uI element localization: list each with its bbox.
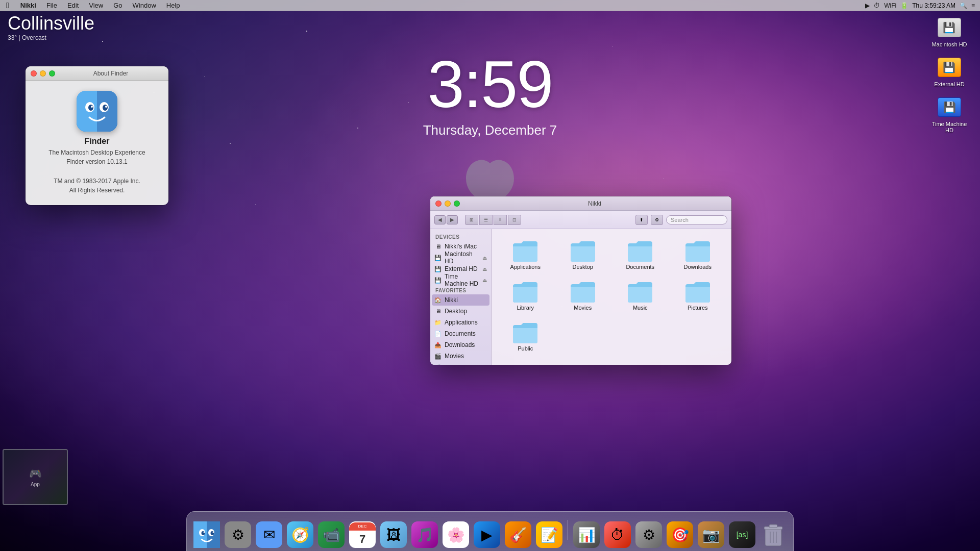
wifi-icon[interactable]: WiFi (884, 2, 896, 9)
dock-facetime[interactable]: 📹 (316, 518, 346, 548)
library-folder-icon (512, 280, 538, 303)
system-prefs-icon: ⚙ (225, 521, 251, 548)
column-view-button[interactable]: ⫴ (494, 215, 507, 225)
list-view-button[interactable]: ☰ (479, 215, 493, 225)
maximize-button[interactable] (49, 70, 55, 77)
play-icon[interactable]: ▶ (865, 2, 870, 9)
finder-title: Nikki (463, 200, 726, 207)
about-finder-titlebar: About Finder (26, 66, 168, 81)
dock-calendar[interactable]: DEC 7 (348, 518, 377, 548)
coverflow-button[interactable]: ⊡ (508, 215, 521, 225)
sidebar-item-documents[interactable]: 📄 Documents (430, 328, 491, 339)
svg-point-19 (213, 532, 214, 533)
finder-maximize-button[interactable] (454, 201, 460, 207)
folder-documents[interactable]: Documents (614, 237, 667, 272)
apple-menu[interactable]:  (0, 0, 15, 11)
dock-stickies[interactable]: 📝 (534, 518, 564, 548)
mail-icon: ✉ (256, 521, 282, 548)
dock-finder[interactable] (192, 518, 222, 548)
sidebar-item-music[interactable]: 🎵 Music (430, 362, 491, 365)
drive-external-hd[interactable]: 💾 External HD (934, 55, 964, 87)
finder-tagline: The Macintosh Desktop Experience (36, 148, 158, 157)
dock-mail[interactable]: ✉ (254, 518, 284, 548)
documents-folder-icon (627, 239, 653, 262)
menu-finder[interactable]: Nikki (15, 0, 41, 11)
dock-itunes[interactable]: 🎵 (410, 518, 439, 548)
folder-movies[interactable]: Movies (557, 278, 609, 313)
safari-icon: 🧭 (287, 521, 313, 548)
sidebar-item-downloads[interactable]: 📥 Downloads (430, 339, 491, 350)
sidebar-item-applications[interactable]: 📁 Applications (430, 317, 491, 328)
eject-icon-2[interactable]: ⏏ (482, 266, 487, 272)
folder-downloads[interactable]: Downloads (672, 237, 724, 272)
folder-desktop[interactable]: Desktop (557, 237, 609, 272)
sidebar-item-desktop[interactable]: 🖥 Desktop (430, 306, 491, 317)
folder-public[interactable]: Public (499, 318, 552, 354)
finder-toolbar: ◀ ▶ ⊞ ☰ ⫴ ⊡ ⬆ ⚙ Search (430, 211, 731, 229)
dock-photos[interactable]: 🌸 (441, 518, 471, 548)
dock-trash[interactable] (758, 518, 788, 548)
hd-icon-3: 💾 (434, 277, 442, 284)
dock-photos-2[interactable]: 📷 (696, 518, 726, 548)
eject-icon-1[interactable]: ⏏ (482, 255, 487, 261)
applications-icon: 📁 (434, 319, 442, 326)
drive-macintosh-hd[interactable]: 💾 Macintosh HD (932, 15, 967, 47)
search-icon[interactable]: 🔍 (960, 2, 967, 9)
garageband-icon: 🎸 (505, 521, 531, 548)
sidebar-item-nikki[interactable]: 🏠 Nikki (432, 294, 489, 306)
sidebar-item-time-machine[interactable]: 💾 Time Machine HD ⏏ (430, 274, 491, 286)
menu-edit[interactable]: Edit (62, 0, 84, 11)
dock-safari[interactable]: 🧭 (285, 518, 315, 548)
menu-view[interactable]: View (84, 0, 108, 11)
folder-pictures[interactable]: Pictures (672, 278, 724, 313)
applications-folder-icon (512, 239, 538, 262)
menu-help[interactable]: Help (161, 0, 185, 11)
menu-go[interactable]: Go (108, 0, 127, 11)
sidebar-time-machine-label: Time Machine HD (445, 273, 479, 287)
preview-icon: 🖼 (380, 521, 407, 548)
close-button[interactable] (31, 70, 37, 77)
dock-activity-monitor[interactable]: 📊 (572, 518, 601, 548)
dock-sys-pref-2[interactable]: ⚙ (634, 518, 664, 548)
icon-view-button[interactable]: ⊞ (465, 215, 478, 225)
minimize-button[interactable] (40, 70, 46, 77)
gear-button[interactable]: ⚙ (651, 215, 663, 225)
back-button[interactable]: ◀ (434, 215, 446, 224)
folder-applications[interactable]: Applications (499, 237, 552, 272)
menu-window[interactable]: Window (128, 0, 161, 11)
sidebar-item-macintosh-hd[interactable]: 💾 Macintosh HD ⏏ (430, 252, 491, 263)
finder-body: Devices 🖥 Nikki's iMac 💾 Macintosh HD ⏏ … (430, 229, 731, 365)
finder-close-button[interactable] (435, 201, 442, 207)
dock-preview[interactable]: 🖼 (379, 518, 408, 548)
forward-button[interactable]: ▶ (447, 215, 458, 224)
folder-library[interactable]: Library (499, 278, 552, 313)
battery-icon: 🔋 (900, 2, 908, 9)
svg-point-16 (204, 532, 205, 533)
sidebar-item-movies[interactable]: 🎬 Movies (430, 350, 491, 362)
dock-script-editor[interactable]: [as] (727, 518, 757, 548)
finder-search-field[interactable]: Search (666, 215, 727, 224)
dock-system-prefs[interactable]: ⚙ (223, 518, 253, 548)
movies-folder-label: Movies (574, 305, 592, 311)
folder-music[interactable]: Music (614, 278, 667, 313)
sidebar-music-label: Music (445, 364, 460, 365)
dock-time-machine[interactable]: ⏱ (603, 518, 632, 548)
documents-folder-label: Documents (626, 264, 654, 270)
eject-icon-3[interactable]: ⏏ (482, 278, 487, 283)
downloads-icon: 📥 (434, 342, 442, 348)
finder-minimize-button[interactable] (445, 201, 451, 207)
finder-main-content: Applications Desktop Documents (492, 229, 731, 365)
dock-instruments[interactable]: 🎯 (665, 518, 695, 548)
desktop-folder-icon (570, 239, 596, 262)
menubar-list-icon[interactable]: ≡ (971, 2, 975, 9)
path-button[interactable]: ⬆ (635, 215, 648, 225)
downloads-folder-label: Downloads (684, 264, 712, 270)
drive-time-machine[interactable]: 💾 Time Machine HD (929, 95, 970, 133)
music-icon: 🎵 (434, 364, 442, 365)
applications-folder-label: Applications (510, 264, 541, 270)
dock-quicktime[interactable]: ▶ (472, 518, 502, 548)
finder-titlebar: Nikki (430, 196, 731, 211)
photos-2-icon: 📷 (698, 521, 724, 548)
dock-garageband[interactable]: 🎸 (503, 518, 533, 548)
menu-file[interactable]: File (41, 0, 62, 11)
